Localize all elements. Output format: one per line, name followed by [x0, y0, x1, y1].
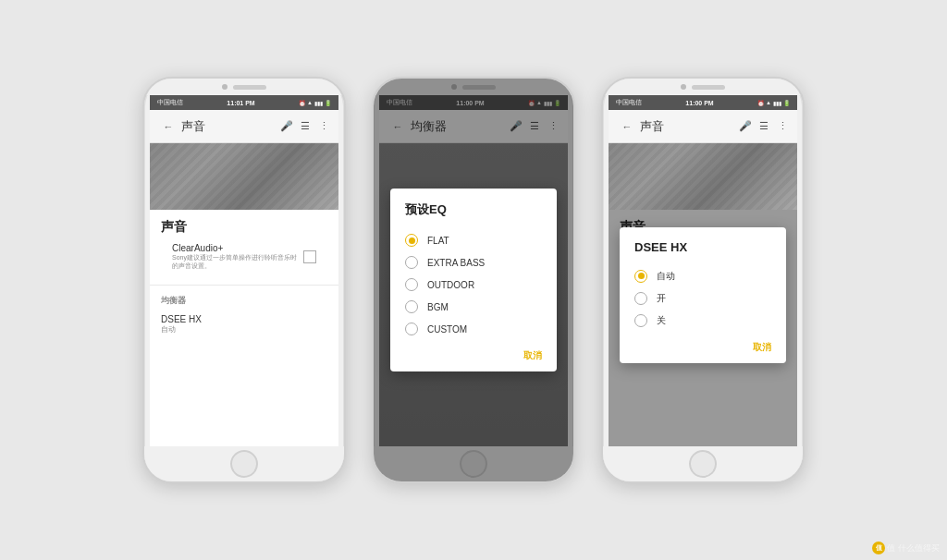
- phone-1-menu-icon[interactable]: ☰: [298, 119, 313, 134]
- phone-1-time: 11:01 PM: [227, 100, 254, 106]
- phone-2-option-outdoor[interactable]: OUTDOOR: [405, 274, 542, 296]
- phone-3-radio-auto[interactable]: [634, 270, 647, 283]
- phone-2-screen: 中国电信 11:00 PM ⏰ ▲ ▮▮▮ 🔋 ← 均衡器 🎤 ☰ ⋮: [379, 95, 568, 446]
- phone-1: 中国电信 11:01 PM ⏰ ▲ ▮▮▮ 🔋 ← 声音 🎤 ☰ ⋮: [142, 77, 346, 483]
- phone-2-extra-bass-label: EXTRA BASS: [427, 258, 485, 268]
- phone-2-radio-custom[interactable]: [405, 323, 418, 335]
- watermark-text: 值 什么值得买: [887, 542, 940, 554]
- phone-3-content: 声音 DSEE HX 自动: [609, 210, 797, 446]
- phone-3-back-button[interactable]: ←: [620, 119, 634, 134]
- phone-1-dsee-hx-item[interactable]: DSEE HX 自动: [150, 309, 338, 340]
- phone-2-dialog-title: 预设EQ: [405, 201, 542, 218]
- phone-1-app-title: 声音: [181, 118, 276, 135]
- phone-2-radio-flat-inner: [409, 237, 415, 244]
- phone-3-screen: 中国电信 11:00 PM ⏰ ▲ ▮▮▮ 🔋 ← 声音 🎤 ☰ ⋮: [609, 95, 797, 446]
- watermark-logo: 值: [872, 542, 885, 554]
- watermark: 值 值 什么值得买: [872, 542, 940, 554]
- phone-3-home-button[interactable]: [689, 450, 717, 478]
- phone-1-content: 声音 ClearAudio+ Sony建议通过一步简单操作进行聆听音乐时的声音设…: [150, 210, 338, 446]
- phone-3-radio-auto-inner: [638, 273, 645, 279]
- phone-1-more-icon[interactable]: ⋮: [316, 119, 331, 134]
- phone-2-option-custom[interactable]: CUSTOM: [405, 318, 542, 340]
- phone-2-outdoor-label: OUTDOOR: [427, 280, 474, 290]
- phone-1-home-button[interactable]: [230, 450, 258, 478]
- phone-3-dialog-overlay: DSEE HX 自动 开: [609, 210, 797, 446]
- phone-3-radio-on[interactable]: [634, 292, 647, 305]
- phone-3-dialog-actions: 取消: [634, 341, 771, 354]
- phone-1-top-bar: [144, 79, 344, 95]
- phone-1-equalizer-header: 均衡器: [150, 289, 338, 309]
- phone-3-time: 11:00 PM: [685, 100, 713, 106]
- phone-2-dialog-overlay: 预设EQ FLAT EXTRA BASS: [379, 95, 568, 446]
- phone-3-on-label: 开: [657, 292, 666, 305]
- phone-2-eq-dialog: 预设EQ FLAT EXTRA BASS: [390, 189, 557, 371]
- phone-1-bottom-bar: [144, 446, 344, 481]
- phone-1-dsee-hx-value: 自动: [161, 324, 202, 335]
- phone-3-camera: [681, 84, 686, 90]
- phones-container: 中国电信 11:01 PM ⏰ ▲ ▮▮▮ 🔋 ← 声音 🎤 ☰ ⋮: [124, 58, 823, 502]
- phone-1-status-bar: 中国电信 11:01 PM ⏰ ▲ ▮▮▮ 🔋: [150, 95, 338, 110]
- phone-2-option-extra-bass[interactable]: EXTRA BASS: [405, 251, 542, 274]
- phone-3-menu-icon[interactable]: ☰: [756, 119, 771, 134]
- phone-3-carrier: 中国电信: [616, 98, 642, 107]
- phone-1-app-bar: ← 声音 🎤 ☰ ⋮: [150, 110, 338, 143]
- phone-3-radio-off[interactable]: [634, 314, 647, 327]
- phone-3-dialog-title: DSEE HX: [634, 240, 771, 254]
- phone-1-divider-1: [150, 285, 338, 286]
- phone-2-flat-label: FLAT: [427, 236, 449, 246]
- phone-3-bottom-bar: [603, 446, 803, 481]
- phone-2-radio-flat[interactable]: [405, 234, 418, 247]
- phone-1-dsee-hx-label: DSEE HX: [161, 314, 202, 324]
- phone-3-off-label: 关: [657, 314, 666, 327]
- phone-3-app-bar: ← 声音 🎤 ☰ ⋮: [609, 110, 797, 143]
- phone-3-more-icon[interactable]: ⋮: [775, 119, 790, 134]
- phone-3-app-title: 声音: [640, 118, 734, 135]
- phone-2-radio-bgm[interactable]: [405, 300, 418, 313]
- phone-3-status-icons: ⏰ ▲ ▮▮▮ 🔋: [757, 100, 790, 106]
- phone-1-mic-icon[interactable]: 🎤: [279, 119, 294, 134]
- phone-3-auto-label: 自动: [657, 270, 675, 283]
- phone-2-option-flat[interactable]: FLAT: [405, 229, 542, 251]
- phone-1-clear-audio-checkbox[interactable]: [303, 250, 316, 263]
- phone-2-dialog-actions: 取消: [405, 349, 542, 362]
- phone-1-back-button[interactable]: ←: [161, 119, 176, 134]
- phone-1-speaker: [233, 85, 266, 90]
- phone-1-camera: [222, 84, 228, 90]
- phone-1-main-section: 声音 ClearAudio+ Sony建议通过一步简单操作进行聆听音乐时的声音设…: [150, 210, 338, 281]
- phone-1-screen: 中国电信 11:01 PM ⏰ ▲ ▮▮▮ 🔋 ← 声音 🎤 ☰ ⋮: [150, 95, 338, 446]
- phone-2-custom-label: CUSTOM: [427, 324, 467, 335]
- phone-3-cancel-button[interactable]: 取消: [753, 341, 771, 354]
- phone-1-status-icons: ⏰ ▲ ▮▮▮ 🔋: [299, 100, 331, 106]
- phone-3-option-auto[interactable]: 自动: [634, 265, 771, 287]
- phone-2-bgm-label: BGM: [427, 302, 449, 312]
- phone-3-mic-icon[interactable]: 🎤: [738, 119, 753, 134]
- phone-3-option-on[interactable]: 开: [634, 287, 771, 310]
- phone-2: 中国电信 11:00 PM ⏰ ▲ ▮▮▮ 🔋 ← 均衡器 🎤 ☰ ⋮: [372, 77, 575, 483]
- phone-3-top-bar: [603, 79, 803, 95]
- phone-3-speaker: [692, 85, 725, 90]
- phone-1-carrier: 中国电信: [157, 98, 183, 107]
- phone-3-option-off[interactable]: 关: [634, 310, 771, 332]
- phone-2-option-bgm[interactable]: BGM: [405, 296, 542, 318]
- phone-1-clear-audio-item[interactable]: ClearAudio+ Sony建议通过一步简单操作进行聆听音乐时的声音设置。: [161, 237, 327, 275]
- phone-3-status-bar: 中国电信 11:00 PM ⏰ ▲ ▮▮▮ 🔋: [609, 95, 797, 110]
- phone-2-cancel-button[interactable]: 取消: [523, 349, 542, 362]
- phone-3-hero-image: [609, 143, 797, 210]
- phone-3: 中国电信 11:00 PM ⏰ ▲ ▮▮▮ 🔋 ← 声音 🎤 ☰ ⋮: [601, 77, 805, 483]
- phone-1-hero-image: [150, 143, 338, 210]
- phone-1-main-title: 声音: [161, 219, 327, 236]
- phone-3-dsee-dialog: DSEE HX 自动 开: [620, 227, 786, 363]
- phone-1-clear-audio-desc: Sony建议通过一步简单操作进行聆听音乐时的声音设置。: [172, 253, 301, 270]
- phone-2-radio-outdoor[interactable]: [405, 278, 418, 291]
- phone-1-clear-audio-label: ClearAudio+: [172, 243, 301, 253]
- phone-2-radio-extra-bass[interactable]: [405, 256, 418, 269]
